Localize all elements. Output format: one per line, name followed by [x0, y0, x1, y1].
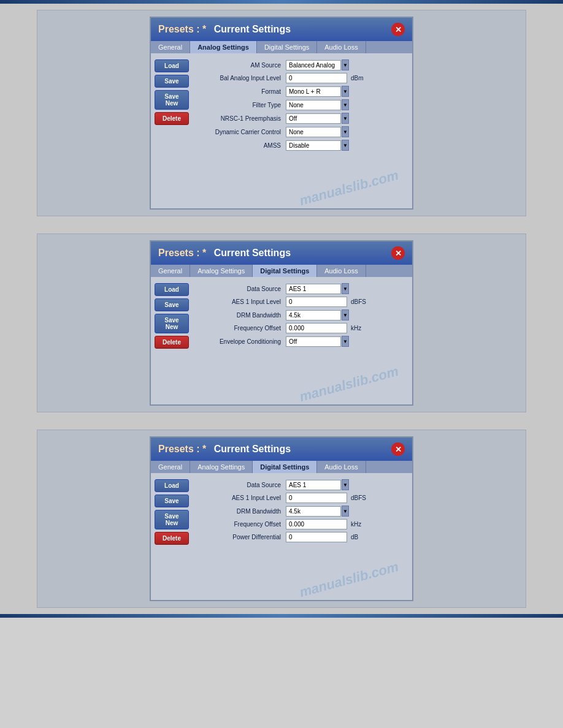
sidebar-buttons: LoadSaveSave NewDelete	[155, 477, 191, 596]
tab-analog-settings[interactable]: Analog Settings	[190, 461, 253, 473]
select-val-2[interactable]: 4.5k	[286, 506, 341, 517]
select-arrow-2[interactable]: ▼	[342, 506, 349, 517]
title-presets: Presets : *	[158, 444, 206, 455]
select-arrow-0[interactable]: ▼	[342, 59, 349, 70]
field-label-6: AMSS	[197, 142, 283, 149]
field-label-4: Power Differential	[197, 534, 283, 540]
delete-button[interactable]: Delete	[155, 112, 189, 125]
input-field-1[interactable]	[286, 297, 347, 307]
select-arrow-0[interactable]: ▼	[342, 283, 349, 294]
load-button[interactable]: Load	[155, 59, 189, 72]
input-field-3[interactable]	[286, 323, 347, 333]
form-area: Data SourceAES 1▼AES 1 Input LeveldBFSDR…	[195, 281, 408, 401]
select-wrapper-2[interactable]: 4.5k▼	[286, 309, 349, 320]
select-val-2[interactable]: 4.5k	[286, 310, 341, 320]
field-label-4: NRSC-1 Preemphasis	[197, 115, 283, 122]
form-row-3: Filter TypeNone▼	[197, 99, 406, 110]
tab-analog-settings[interactable]: Analog Settings	[190, 41, 257, 53]
title-text: Presets : * Current Settings	[158, 444, 291, 455]
panel-container-0: Presets : * Current Settings✕GeneralAnal…	[37, 10, 526, 216]
sidebar-buttons: LoadSaveSave NewDelete	[155, 57, 191, 205]
select-val-6[interactable]: Disable	[286, 140, 341, 151]
select-val-0[interactable]: Balanced Analog	[286, 60, 341, 70]
page-wrapper: Presets : * Current Settings✕GeneralAnal…	[0, 0, 563, 618]
form-row-2: DRM Bandwidth4.5k▼	[197, 309, 406, 320]
input-field-4[interactable]	[286, 532, 347, 542]
presets-dialog-1: Presets : * Current Settings✕GeneralAnal…	[150, 240, 413, 406]
save-new-button[interactable]: Save New	[155, 510, 189, 529]
select-arrow-2[interactable]: ▼	[342, 309, 349, 320]
select-arrow-2[interactable]: ▼	[342, 86, 349, 97]
close-button[interactable]: ✕	[391, 246, 405, 260]
select-wrapper-5[interactable]: None▼	[286, 126, 349, 137]
select-wrapper-0[interactable]: AES 1▼	[286, 479, 349, 490]
select-wrapper-2[interactable]: Mono L + R▼	[286, 86, 349, 97]
save-new-button[interactable]: Save New	[155, 314, 189, 333]
select-arrow-4[interactable]: ▼	[342, 113, 349, 124]
tab-audio-loss[interactable]: Audio Loss	[317, 461, 366, 473]
field-label-0: Data Source	[197, 482, 283, 488]
title-bar: Presets : * Current Settings✕	[151, 18, 412, 41]
form-row-5: Dynamic Carrier ControlNone▼	[197, 126, 406, 137]
close-button[interactable]: ✕	[391, 442, 405, 456]
tab-general[interactable]: General	[151, 461, 190, 473]
form-row-0: AM SourceBalanced Analog▼	[197, 59, 406, 70]
tab-digital-settings[interactable]: Digital Settings	[253, 265, 317, 277]
select-arrow-3[interactable]: ▼	[342, 99, 349, 110]
load-button[interactable]: Load	[155, 283, 189, 296]
select-arrow-4[interactable]: ▼	[342, 336, 349, 347]
field-label-4: Envelope Conditioning	[197, 338, 283, 345]
form-area: Data SourceAES 1▼AES 1 Input LeveldBFSDR…	[195, 477, 408, 596]
select-wrapper-6[interactable]: Disable▼	[286, 140, 349, 151]
unit-label-1: dBFS	[351, 298, 366, 305]
input-field-1[interactable]	[286, 493, 347, 503]
select-val-5[interactable]: None	[286, 127, 341, 137]
select-val-2[interactable]: Mono L + R	[286, 86, 341, 97]
title-text: Presets : * Current Settings	[158, 24, 291, 35]
tabs-row: GeneralAnalog SettingsDigital SettingsAu…	[151, 265, 412, 277]
close-button[interactable]: ✕	[391, 23, 405, 36]
title-bar: Presets : * Current Settings✕	[151, 241, 412, 265]
select-wrapper-4[interactable]: Off▼	[286, 336, 349, 347]
save-button[interactable]: Save	[155, 75, 189, 88]
title-bar: Presets : * Current Settings✕	[151, 438, 412, 461]
select-val-4[interactable]: Off	[286, 336, 341, 347]
form-row-1: AES 1 Input LeveldBFS	[197, 297, 406, 307]
tab-general[interactable]: General	[151, 41, 190, 53]
bottom-bar	[0, 614, 563, 618]
sidebar-buttons: LoadSaveSave NewDelete	[155, 281, 191, 401]
select-wrapper-4[interactable]: Off▼	[286, 113, 349, 124]
select-wrapper-3[interactable]: None▼	[286, 99, 349, 110]
unit-label-3: kHz	[351, 325, 361, 332]
select-val-0[interactable]: AES 1	[286, 284, 341, 294]
tab-audio-loss[interactable]: Audio Loss	[317, 41, 366, 53]
tab-audio-loss[interactable]: Audio Loss	[317, 265, 366, 277]
form-row-3: Frequency OffsetkHz	[197, 519, 406, 529]
delete-button[interactable]: Delete	[155, 336, 189, 349]
select-arrow-0[interactable]: ▼	[342, 479, 349, 490]
title-current-settings: Current Settings	[214, 24, 291, 35]
select-arrow-5[interactable]: ▼	[342, 126, 349, 137]
input-field-1[interactable]	[286, 73, 347, 83]
select-wrapper-0[interactable]: AES 1▼	[286, 283, 349, 294]
tab-general[interactable]: General	[151, 265, 190, 277]
delete-button[interactable]: Delete	[155, 532, 189, 545]
presets-dialog-0: Presets : * Current Settings✕GeneralAnal…	[150, 17, 413, 210]
save-button[interactable]: Save	[155, 298, 189, 311]
field-label-1: AES 1 Input Level	[197, 298, 283, 305]
input-field-3[interactable]	[286, 519, 347, 529]
tab-digital-settings[interactable]: Digital Settings	[257, 41, 317, 53]
tab-analog-settings[interactable]: Analog Settings	[190, 265, 253, 277]
select-val-4[interactable]: Off	[286, 113, 341, 124]
field-label-5: Dynamic Carrier Control	[197, 129, 283, 135]
title-text: Presets : * Current Settings	[158, 248, 291, 259]
select-val-3[interactable]: None	[286, 100, 341, 110]
tab-digital-settings[interactable]: Digital Settings	[253, 461, 317, 473]
save-new-button[interactable]: Save New	[155, 90, 189, 110]
select-wrapper-2[interactable]: 4.5k▼	[286, 506, 349, 517]
select-val-0[interactable]: AES 1	[286, 480, 341, 490]
select-wrapper-0[interactable]: Balanced Analog▼	[286, 59, 349, 70]
load-button[interactable]: Load	[155, 479, 189, 492]
save-button[interactable]: Save	[155, 495, 189, 507]
select-arrow-6[interactable]: ▼	[342, 140, 349, 151]
